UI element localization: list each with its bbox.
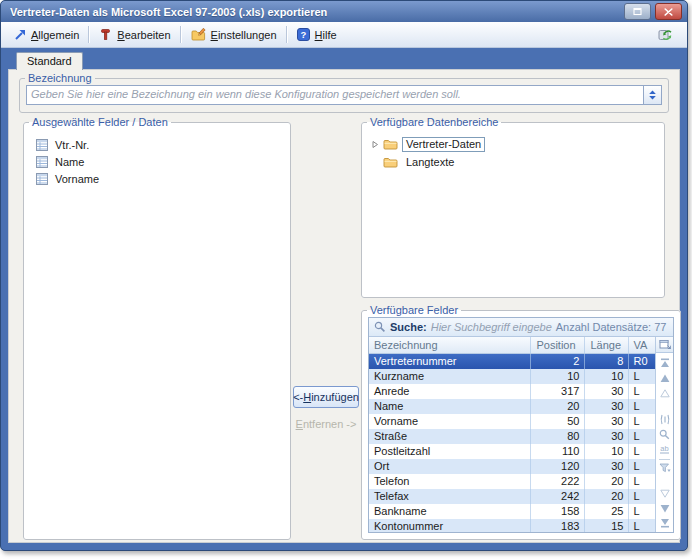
cell-va: L: [629, 519, 655, 533]
cell-position: 120: [531, 459, 585, 474]
cell-va: L: [629, 384, 655, 399]
table-row[interactable]: Straße 80 30 L: [369, 429, 655, 444]
cell-laenge: 8: [585, 354, 629, 369]
selected-field-item[interactable]: Name: [36, 153, 290, 170]
cell-va: L: [629, 429, 655, 444]
column-chooser-button[interactable]: [656, 337, 673, 353]
bezeichnung-combobox[interactable]: Geben Sie hier eine Bezeichnung ein wenn…: [26, 85, 662, 105]
cell-position: 50: [531, 414, 585, 429]
toolbar-separator: [180, 26, 182, 43]
nav-last-button[interactable]: [660, 518, 670, 528]
dialog-body: Standard Bezeichnung Geben Sie hier eine…: [1, 48, 687, 550]
tree-expander-icon[interactable]: [370, 140, 379, 149]
cell-va: L: [629, 504, 655, 519]
updown-arrows-icon: [649, 90, 656, 100]
titlebar[interactable]: Vertreter-Daten als Microsoft Excel 97-2…: [1, 1, 687, 22]
tree-node[interactable]: Langtexte: [370, 153, 664, 171]
nav-up-icon: [660, 374, 670, 383]
nav-up-page-icon: [660, 389, 670, 398]
selected-field-item[interactable]: Vtr.-Nr.: [36, 136, 290, 153]
data-areas-group: Verfügbare Datenbereiche Vertreter-Daten…: [361, 116, 665, 298]
svg-text:?: ?: [300, 29, 306, 40]
tab-standard[interactable]: Standard: [16, 52, 83, 70]
export-dialog-window: Vertreter-Daten als Microsoft Excel 97-2…: [0, 0, 688, 551]
nav-down-button[interactable]: [660, 503, 670, 513]
available-fields-legend: Verfügbare Felder: [367, 304, 461, 316]
selected-fields-list: Vtr.-Nr. Name Vorname: [24, 128, 290, 187]
table-row[interactable]: Vorname 50 30 L: [369, 414, 655, 429]
toolbar-button-hilfe[interactable]: ? Hilfe: [291, 26, 343, 43]
tree-node-label[interactable]: Langtexte: [402, 155, 458, 170]
close-button[interactable]: [655, 3, 682, 20]
table-field-icon: [36, 173, 48, 185]
selected-field-label: Name: [55, 156, 84, 168]
column-header-position[interactable]: Position: [531, 337, 585, 353]
restore-icon: [633, 7, 642, 16]
column-header-laenge[interactable]: Länge: [585, 337, 629, 353]
export-refresh-icon: [658, 27, 674, 42]
toolbar-button-einstellungen[interactable]: Einstellungen: [185, 26, 283, 43]
table-row[interactable]: Anrede 317 30 L: [369, 384, 655, 399]
cell-va: R0: [629, 354, 655, 369]
cell-va: L: [629, 414, 655, 429]
search-placeholder: Hier Suchbegriff eingebe: [431, 321, 552, 333]
table-row[interactable]: Postleitzahl 110 10 L: [369, 444, 655, 459]
bezeichnung-group: Bezeichnung Geben Sie hier eine Bezeichn…: [19, 72, 669, 113]
table-row[interactable]: Name 20 30 L: [369, 399, 655, 414]
fields-table-header: Bezeichnung Position Länge VA: [369, 337, 655, 354]
tree-node[interactable]: Vertreter-Daten: [370, 135, 664, 153]
brackets-icon: [659, 414, 671, 425]
table-row[interactable]: Bankname 158 25 L: [369, 504, 655, 519]
toolbar-button-bearbeiten[interactable]: Bearbeiten: [93, 26, 176, 43]
table-row[interactable]: Ort 120 30 L: [369, 459, 655, 474]
cell-bezeichnung: Ort: [369, 459, 531, 474]
cell-va: L: [629, 399, 655, 414]
remove-button-disabled[interactable]: Entfernen ->: [296, 418, 357, 430]
toolbar-button-allgemein[interactable]: Allgemein: [8, 27, 85, 43]
fields-table: Bezeichnung Position Länge VA Vertretern…: [369, 337, 673, 532]
table-field-icon: [36, 156, 48, 168]
table-row[interactable]: Telefax 242 20 L: [369, 489, 655, 504]
selected-field-item[interactable]: Vorname: [36, 170, 290, 187]
cell-position: 80: [531, 429, 585, 444]
search-bar[interactable]: Suche: Hier Suchbegriff eingebe Anzahl D…: [369, 318, 673, 337]
nav-divider: [659, 459, 670, 460]
tree-node-label[interactable]: Vertreter-Daten: [402, 137, 485, 152]
table-row[interactable]: Kontonummer 183 15 L: [369, 519, 655, 533]
nav-down-page-button[interactable]: [660, 488, 670, 498]
cell-position: 317: [531, 384, 585, 399]
nav-search-button[interactable]: [659, 429, 670, 439]
table-row[interactable]: Kurzname 10 10 L: [369, 369, 655, 384]
nav-filter-button[interactable]: [659, 463, 671, 473]
fields-table-main: Bezeichnung Position Länge VA Vertretern…: [369, 337, 655, 532]
selected-fields-legend: Ausgewählte Felder / Daten: [29, 116, 171, 128]
cell-bezeichnung: Telefax: [369, 489, 531, 504]
column-header-bezeichnung[interactable]: Bezeichnung: [369, 337, 531, 353]
cell-bezeichnung: Kontonummer: [369, 519, 531, 533]
cell-position: 158: [531, 504, 585, 519]
selected-fields-group: Ausgewählte Felder / Daten Vtr.-Nr. Name…: [23, 116, 291, 540]
cell-bezeichnung: Anrede: [369, 384, 531, 399]
column-chooser-icon: [659, 339, 671, 350]
cell-laenge: 25: [585, 504, 629, 519]
cell-bezeichnung: Straße: [369, 429, 531, 444]
nav-first-button[interactable]: [660, 358, 670, 368]
cell-bezeichnung: Vertreternummer: [369, 354, 531, 369]
export-refresh-button[interactable]: [652, 25, 680, 44]
nav-brackets-button[interactable]: [659, 414, 671, 424]
nav-up-page-button[interactable]: [660, 388, 670, 398]
nav-search-icon: [659, 429, 670, 440]
nav-incremental-search-button[interactable]: ab: [658, 444, 671, 454]
transfer-buttons: <- Hinzufügen Entfernen ->: [291, 116, 361, 540]
dropdown-button[interactable]: [643, 86, 661, 104]
table-row[interactable]: Telefon 222 20 L: [369, 474, 655, 489]
add-button[interactable]: <- Hinzufügen: [293, 386, 359, 408]
table-row[interactable]: Vertreternummer 2 8 R0: [369, 354, 655, 369]
column-header-va[interactable]: VA: [629, 337, 655, 353]
cell-va: L: [629, 369, 655, 384]
cell-position: 2: [531, 354, 585, 369]
cell-laenge: 20: [585, 489, 629, 504]
nav-up-button[interactable]: [660, 373, 670, 383]
restore-button[interactable]: [624, 3, 651, 20]
data-areas-tree: Vertreter-Daten Langtexte: [362, 128, 664, 171]
